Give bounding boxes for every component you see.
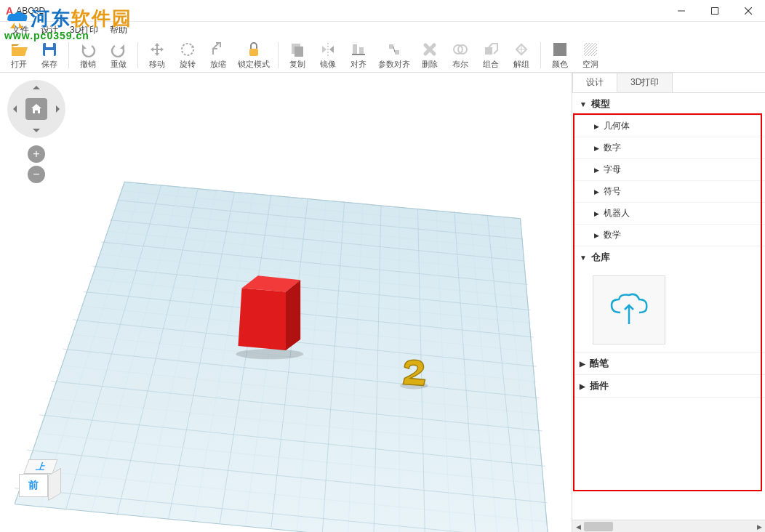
rotate-button[interactable]: 旋转 — [173, 39, 202, 71]
menu-design[interactable]: 设计 — [35, 23, 64, 38]
lock-button[interactable]: 锁定模式 — [234, 39, 273, 71]
menubar: 文件 设计 3D打印 帮助 — [0, 22, 765, 38]
model-item-symbol[interactable]: ▶符号 — [572, 180, 765, 202]
toolbar: 打开 保存 撤销 重做 移动 旋转 放缩 锁定模式 复制 镜像 对齐 — [0, 38, 765, 73]
svg-rect-15 — [395, 50, 399, 55]
scale-icon — [209, 41, 227, 58]
minimize-button[interactable] — [665, 0, 698, 22]
svg-rect-19 — [553, 43, 566, 56]
orientation-cube[interactable]: 上 前 — [15, 459, 65, 510]
svg-point-7 — [182, 44, 193, 55]
model-item-geometry[interactable]: ▶几何体 — [572, 115, 765, 137]
svg-rect-12 — [359, 47, 364, 55]
cloud-upload-icon — [607, 292, 651, 329]
ungroup-button[interactable]: 解组 — [507, 39, 536, 71]
section-plugin[interactable]: ▶插件 — [572, 375, 765, 397]
section-warehouse[interactable]: ▼仓库 — [572, 246, 765, 268]
param-align-icon — [385, 41, 403, 58]
delete-icon — [421, 41, 438, 58]
redo-button[interactable]: 重做 — [104, 39, 133, 71]
delete-button[interactable]: 删除 — [415, 39, 444, 71]
model-item-number[interactable]: ▶数字 — [572, 137, 765, 158]
save-icon — [41, 41, 58, 58]
align-button[interactable]: 对齐 — [344, 39, 373, 71]
ungroup-icon — [513, 41, 530, 58]
zoom-in-button[interactable]: + — [28, 145, 45, 163]
lock-icon — [245, 41, 263, 58]
app-logo: A — [6, 5, 13, 17]
group-button[interactable]: 组合 — [476, 39, 505, 71]
move-button[interactable]: 移动 — [143, 39, 172, 71]
undo-icon — [79, 41, 97, 58]
undo-button[interactable]: 撤销 — [73, 39, 103, 71]
align-icon — [350, 41, 367, 58]
section-model[interactable]: ▼模型 — [572, 93, 765, 115]
svg-rect-14 — [389, 44, 393, 49]
boolean-button[interactable]: 布尔 — [446, 39, 475, 71]
menu-file[interactable]: 文件 — [6, 23, 35, 38]
svg-rect-1 — [712, 7, 718, 14]
svg-rect-6 — [45, 50, 54, 56]
svg-rect-18 — [485, 47, 492, 55]
save-button[interactable]: 保存 — [35, 39, 64, 71]
group-icon — [482, 41, 500, 58]
mirror-button[interactable]: 镜像 — [313, 39, 343, 71]
open-button[interactable]: 打开 — [4, 39, 33, 71]
redo-icon — [110, 41, 127, 58]
horizontal-scrollbar[interactable]: ◀▶ — [572, 520, 765, 532]
model-item-robot[interactable]: ▶机器人 — [572, 202, 765, 224]
svg-rect-8 — [249, 49, 258, 56]
model-item-letter[interactable]: ▶字母 — [572, 158, 765, 180]
svg-rect-10 — [295, 47, 303, 57]
cube-front-face[interactable]: 前 — [19, 474, 48, 497]
3d-grid — [15, 160, 557, 532]
section-brush[interactable]: ▶酷笔 — [572, 352, 765, 374]
svg-rect-5 — [46, 43, 53, 47]
color-icon — [551, 41, 569, 58]
hollow-icon — [582, 41, 599, 58]
maximize-button[interactable] — [698, 0, 732, 22]
side-panel: 设计 3D打印 ▼模型 ▶几何体 ▶数字 ▶字母 ▶符号 ▶机器人 ▶数学 ▼仓… — [572, 73, 765, 532]
svg-rect-20 — [584, 43, 597, 56]
copy-button[interactable]: 复制 — [283, 39, 312, 71]
param-align-button[interactable]: 参数对齐 — [375, 39, 414, 71]
home-view-icon[interactable] — [25, 98, 47, 120]
view-compass[interactable] — [7, 80, 65, 138]
app-title: ABC3D — [16, 6, 45, 16]
upload-cloud-button[interactable] — [593, 275, 665, 344]
zoom-out-button[interactable]: − — [28, 166, 45, 183]
svg-point-67 — [236, 349, 303, 359]
tab-design[interactable]: 设计 — [572, 73, 617, 92]
menu-3dprint[interactable]: 3D打印 — [64, 23, 104, 38]
titlebar: A ABC3D — [0, 0, 765, 22]
folder-open-icon — [10, 41, 28, 58]
menu-help[interactable]: 帮助 — [104, 23, 133, 38]
rotate-icon — [179, 41, 196, 58]
3d-viewport[interactable]: + − 上 前 — [0, 73, 572, 532]
mirror-icon — [319, 41, 337, 58]
color-button[interactable]: 颜色 — [545, 39, 574, 71]
move-icon — [148, 41, 166, 58]
svg-rect-11 — [353, 44, 357, 55]
scale-button[interactable]: 放缩 — [204, 39, 233, 71]
hollow-button[interactable]: 空洞 — [576, 39, 605, 71]
boolean-icon — [452, 41, 469, 58]
copy-icon — [289, 41, 306, 58]
model-item-math[interactable]: ▶数学 — [572, 224, 765, 246]
tab-3dprint[interactable]: 3D打印 — [617, 73, 673, 92]
close-button[interactable] — [732, 0, 765, 22]
